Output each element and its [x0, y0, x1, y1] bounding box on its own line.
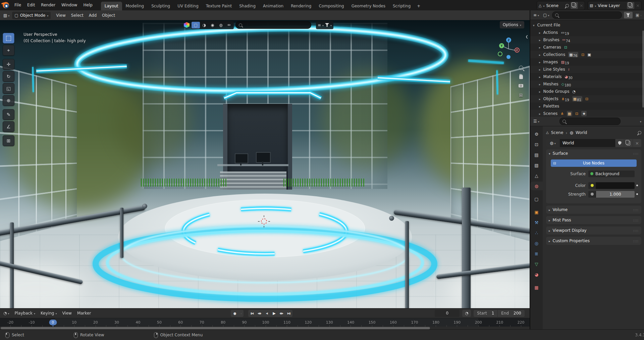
jump-to-start-button[interactable]: ▮◀	[248, 310, 256, 317]
y-neg-axis-ball[interactable]	[498, 52, 502, 56]
expand-icon[interactable]	[539, 30, 541, 35]
current-frame-field[interactable]: 0	[435, 310, 460, 317]
editor-type-button[interactable]: ≡	[532, 12, 540, 18]
tool-add-cube[interactable]: ⊞	[3, 135, 14, 146]
properties-tab-view-layer[interactable]: ▧	[530, 161, 543, 169]
world-name-field[interactable]: World	[560, 139, 615, 147]
new-view-layer-button[interactable]	[627, 2, 634, 9]
collection-options-dropdown[interactable]: ▣	[635, 12, 643, 18]
start-frame-field[interactable]: Start1	[474, 311, 497, 316]
strength-slider[interactable]: 1.000	[596, 191, 635, 198]
expand-icon[interactable]	[539, 67, 541, 72]
expand-icon[interactable]	[539, 52, 541, 57]
display-mode-icon[interactable]: ≡	[318, 23, 321, 27]
tool-cursor[interactable]: ⌖	[3, 45, 14, 56]
outliner-row-line-styles[interactable]: Line Styles≀	[530, 66, 644, 73]
properties-tab-world[interactable]: ◍	[530, 182, 543, 190]
properties-tab-scene[interactable]: △	[530, 171, 543, 180]
sidebar-collapse-arrow[interactable]: ❮	[526, 35, 528, 39]
use-nodes-button[interactable]: ⊟ Use Nodes	[551, 159, 637, 167]
outliner-row-palettes[interactable]: Palettes	[530, 103, 644, 110]
properties-search-input[interactable]	[559, 118, 621, 125]
scene-selector[interactable]: △ Scene	[537, 1, 585, 10]
outliner-row-collections[interactable]: Collections▦76⊡▣	[530, 51, 644, 58]
color-swatch[interactable]	[596, 182, 635, 189]
timeline-menu-keying[interactable]: Keying	[38, 311, 59, 316]
stopwatch-icon[interactable]: ◔	[462, 310, 471, 317]
timeline-scrollbar[interactable]	[1, 327, 430, 329]
tool-move[interactable]: ✛	[3, 59, 14, 70]
outliner-search-input[interactable]	[552, 11, 622, 19]
outliner-row-brushes[interactable]: Brushes✏74	[530, 36, 644, 44]
properties-tab-material[interactable]: ◕	[530, 270, 543, 279]
properties-tab-collection[interactable]: ▢	[530, 195, 543, 203]
expand-icon[interactable]	[539, 104, 541, 109]
menu-help[interactable]: Help	[80, 0, 95, 10]
animate-dot[interactable]	[635, 185, 639, 186]
animate-dot[interactable]	[635, 193, 639, 195]
expand-icon[interactable]	[539, 96, 541, 101]
outliner-row-node-groups[interactable]: Node Groups◔	[530, 88, 644, 95]
pin-id-icon[interactable]	[637, 130, 642, 135]
navigation-gizmo[interactable]: Z Y X	[497, 38, 520, 60]
remove-view-layer-icon[interactable]	[636, 3, 640, 8]
editor-type-button[interactable]: ☰	[532, 118, 540, 125]
outliner-scrollbar[interactable]	[642, 30, 644, 108]
viewport-menu-object[interactable]: Object	[99, 13, 118, 18]
collapse-icon[interactable]	[533, 23, 535, 27]
filter-funnel-icon[interactable]	[325, 23, 329, 27]
panel-volume[interactable]: Volume	[546, 206, 641, 214]
view-layer-selector[interactable]: ▧ View Layer	[588, 1, 641, 10]
workspace-tab-texture-paint[interactable]: Texture Paint	[202, 2, 235, 10]
properties-tab-object[interactable]: ▣	[530, 208, 543, 216]
properties-tab-object-data[interactable]: ▽	[530, 260, 543, 268]
outliner-row-materials[interactable]: Materials◕30	[530, 73, 644, 80]
breadcrumb-world[interactable]: World	[576, 130, 587, 135]
x-axis-ball[interactable]: X	[515, 48, 520, 53]
properties-tab-tool[interactable]: ⚙	[530, 130, 543, 138]
panel-header[interactable]: Custom Properties	[546, 237, 641, 245]
properties-tab-particles[interactable]: ∴	[530, 228, 543, 237]
editor-type-button[interactable]: ▧	[2, 12, 11, 19]
new-scene-button[interactable]	[571, 2, 578, 9]
play-button[interactable]: ▶	[270, 310, 278, 317]
jump-to-end-button[interactable]: ▶▮	[285, 310, 292, 317]
panel-header[interactable]: Surface	[546, 149, 641, 157]
properties-tab-physics[interactable]: ◎	[530, 239, 543, 248]
brush-toggle[interactable]: ✏	[225, 22, 233, 28]
outliner-row-current-file[interactable]: Current File	[530, 21, 644, 29]
record-icon[interactable]: ●	[231, 312, 239, 315]
workspace-tab-layout[interactable]: Layout	[101, 2, 122, 10]
color-socket[interactable]	[588, 182, 596, 189]
workspace-tab-uv-editing[interactable]: UV Editing	[174, 2, 202, 10]
z-neg-axis-ball[interactable]	[506, 55, 511, 59]
globe-toggle[interactable]: ◍	[217, 22, 225, 28]
unlink-world-button[interactable]	[633, 139, 641, 147]
editor-type-button[interactable]: ◔	[2, 310, 11, 317]
panel-header[interactable]: Volume	[546, 206, 641, 214]
frame-select-toggle[interactable]: ▢	[192, 22, 200, 28]
timeline-menu-view[interactable]: View	[59, 311, 74, 316]
y-axis-ball[interactable]: Y	[499, 43, 504, 48]
next-keyframe-button[interactable]: ◆▶	[278, 310, 285, 317]
floatbar-search-input[interactable]	[235, 21, 311, 29]
new-world-button[interactable]	[624, 139, 633, 147]
previous-keyframe-button[interactable]: ◀◆	[256, 310, 263, 317]
chevron-down-icon[interactable]	[313, 23, 314, 27]
tool-scale[interactable]: ◱	[3, 83, 14, 94]
orthographic-grid-icon[interactable]: ⊞	[519, 92, 523, 98]
outliner-row-scenes[interactable]: Scenes⋔▦⊡★	[530, 110, 644, 116]
panel-header[interactable]: Mist Pass	[546, 216, 641, 224]
expand-icon[interactable]	[539, 111, 541, 116]
workspace-tab-animation[interactable]: Animation	[259, 2, 287, 10]
drag-dots-icon[interactable]	[633, 228, 639, 233]
z-axis-ball[interactable]: Z	[506, 38, 511, 43]
unlink-scene-icon[interactable]	[580, 3, 583, 8]
camera-view-icon[interactable]	[519, 84, 523, 87]
chevron-down-icon[interactable]	[239, 311, 244, 316]
strength-socket[interactable]	[588, 191, 596, 198]
properties-tab-render[interactable]: ⊡	[530, 140, 543, 149]
drag-dots-icon[interactable]	[633, 239, 639, 243]
asset-hexagon-icon[interactable]	[184, 22, 190, 28]
surface-value-dropdown[interactable]: Background	[588, 171, 635, 177]
